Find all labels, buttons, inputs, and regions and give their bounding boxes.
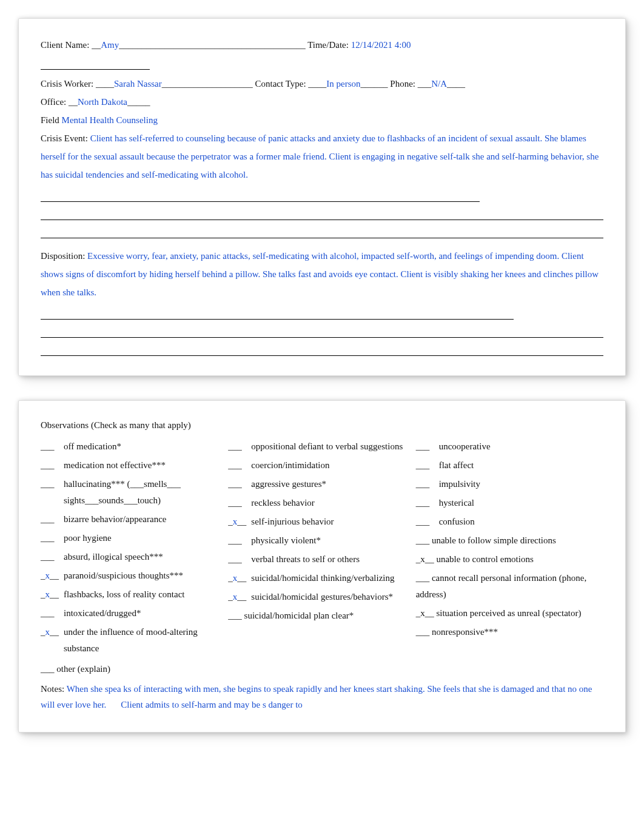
observation-item: _x__ unable to control emotions [416,551,603,568]
checkbox-mark[interactable]: _x__ [228,589,251,605]
observation-item: ___flat affect [416,457,603,474]
observation-item: ___ nonresponsive*** [416,624,603,640]
checkbox-mark[interactable]: ___ [41,438,64,455]
client-time-row: Client Name: __Amy______________________… [41,36,603,54]
phone-label: Phone: ___ [390,79,431,89]
checkbox-mark[interactable]: ___ [41,530,64,546]
observation-item: _x__under the influence of mood-altering… [41,624,228,657]
office-trail: _____ [127,97,150,107]
checkbox-mark[interactable]: _x__ [228,570,251,586]
intake-panel: Client Name: __Amy______________________… [18,18,626,376]
checkbox-mark[interactable]: ___ [228,551,251,568]
observation-label: self-injurious behavior [251,514,415,530]
office-label: Office: __ [41,97,78,107]
checkbox-mark[interactable]: ___ [416,495,439,511]
checkbox-mark[interactable]: ___ [41,605,64,622]
blank-line [41,328,603,338]
observation-item: _x__suicidal/homicidal gestures/behavior… [228,589,415,605]
observation-label: poor hygiene [64,530,228,546]
observation-item: ___confusion [416,514,603,530]
notes-label: Notes: [41,684,67,694]
disposition-row: Disposition: Excessive worry, fear, anxi… [41,247,603,301]
blank-line [41,229,603,238]
other-explain-row: ___ other (explain) [41,662,603,677]
checkbox-mark[interactable]: _x__ [41,586,64,603]
observation-label: verbal threats to self or others [251,551,415,568]
contact-type-trail: ______ [361,79,388,89]
observation-item: ___intoxicated/drugged* [41,605,228,622]
notes-text-b: Client admits to self-harm and may be s … [121,700,303,709]
observation-item: _x__ situation perceived as unreal (spec… [416,605,603,622]
field-row: Field Mental Health Counseling [41,111,603,129]
checkbox-mark[interactable]: ___ [41,476,64,492]
field-label: Field [41,115,62,125]
observation-label: confusion [439,514,603,530]
observation-item: ___medication not effective*** [41,457,228,474]
observation-item: ___verbal threats to self or others [228,551,415,568]
observation-item: ___reckless behavior [228,495,415,511]
crisis-event-row: Crisis Event: Client has self-referred t… [41,129,603,184]
observation-item: ___ unable to follow simple directions [416,532,603,549]
field-value: Mental Health Counseling [62,115,158,125]
time-date-value: 12/14/2021 4:00 [351,40,411,50]
crisis-event-value: Client has self-referred to counseling b… [41,133,599,179]
checkbox-mark[interactable]: ___ [228,495,251,511]
observation-label: bizarre behavior/appearance [64,511,228,528]
contact-type-value: In person [326,79,360,89]
observation-item: ___oppositional defiant to verbal sugges… [228,438,415,455]
observations-col-1: ___off medication*___medication not effe… [41,438,228,659]
observation-label: flashbacks, loss of reality contact [64,586,228,603]
observation-item: _x__self-injurious behavior [228,514,415,530]
crisis-worker-value: Sarah Nassar [114,79,162,89]
checkbox-mark[interactable]: ___ [416,457,439,474]
blank-line [41,346,603,356]
observation-label: _x__ situation perceived as unreal (spec… [416,605,603,622]
checkbox-mark[interactable]: _x__ [41,568,64,584]
office-value: North Dakota [78,97,127,107]
observation-label: impulsivity [439,476,603,492]
checkbox-mark[interactable]: ___ [416,514,439,530]
checkbox-mark[interactable]: ___ [228,438,251,455]
observations-col-2: ___oppositional defiant to verbal sugges… [228,438,415,659]
checkbox-mark[interactable]: ___ [41,549,64,565]
phone-value: N/A [431,79,447,89]
blank-line [41,310,514,320]
checkbox-mark[interactable]: ___ [228,532,251,549]
checkbox-mark[interactable]: _x__ [41,624,64,640]
checkbox-mark[interactable]: ___ [416,476,439,492]
observation-item: ___ suicidal/homicidal plan clear* [228,608,415,624]
observation-label: hysterical [439,495,603,511]
observation-item: ___impulsivity [416,476,603,492]
observation-label: ___ unable to follow simple directions [416,532,603,549]
observation-item: _x__paranoid/suspicious thoughts*** [41,568,228,584]
observation-item: ___poor hygiene [41,530,228,546]
observation-label: oppositional defiant to verbal suggestio… [251,438,415,455]
observation-item: ___coercion/intimidation [228,457,415,474]
client-name-label: Client Name: __ [41,40,101,50]
observation-label: off medication* [64,438,228,455]
checkbox-mark[interactable]: ___ [228,476,251,492]
crisis-worker-trail: ____________________ [162,79,253,89]
checkbox-mark[interactable]: ___ [41,457,64,474]
checkbox-mark[interactable]: ___ [416,438,439,455]
client-name-value: Amy [101,40,119,50]
observation-item: _x__suicidal/homicidal thinking/verbaliz… [228,570,415,586]
checkbox-mark[interactable]: ___ [41,511,64,528]
observation-label: under the influence of mood-alteringsubs… [64,624,228,657]
observation-label: absurd, illogical speech*** [64,549,228,565]
observation-label: coercion/intimidation [251,457,415,474]
notes-row: Notes: When she spea ks of interacting w… [41,682,603,713]
observation-label: aggressive gestures* [251,476,415,492]
observation-label: ___ suicidal/homicidal plan clear* [228,608,415,624]
disposition-label: Disposition: [41,251,87,261]
observation-item: ___physically violent* [228,532,415,549]
office-row: Office: __North Dakota_____ [41,93,603,111]
checkbox-mark[interactable]: ___ [228,457,251,474]
observation-item: ___bizarre behavior/appearance [41,511,228,528]
blank-line [41,192,480,202]
checkbox-mark[interactable]: _x__ [228,514,251,530]
observation-label: ___ cannot recall personal information (… [416,570,603,603]
client-name-trail: ________________________________________… [119,40,306,50]
crisis-worker-label: Crisis Worker: ____ [41,79,114,89]
observation-label: suicidal/homicidal thinking/verbalizing [251,570,415,586]
